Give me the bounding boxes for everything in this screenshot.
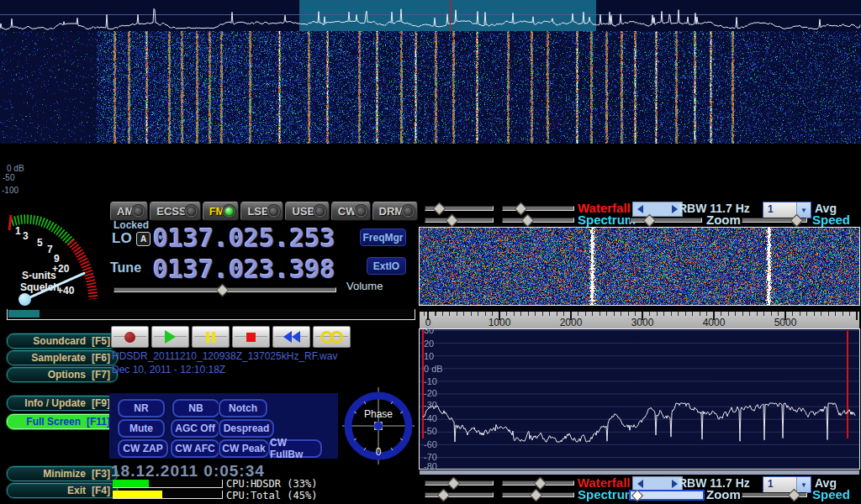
audio-spectrum-display[interactable] [420,329,859,469]
smeter-tick-label: 1 [15,225,21,237]
waterfall-slider-a-bottom[interactable] [425,477,494,488]
waterfall-slider-a[interactable] [425,202,494,213]
lo-frequency-display[interactable]: 0137.025.253 [153,223,335,253]
squelch-level-bar[interactable] [7,309,415,320]
db-axis-label: 0 dB [424,364,443,374]
info-update-button[interactable]: Info / Update [F9] [7,396,118,411]
slider-thumb[interactable] [515,202,528,216]
phase-zero-label: 0 [376,446,382,458]
db-axis-label: 30 [424,325,434,335]
slider-track [502,206,574,211]
despread-button[interactable]: Despread [219,419,274,438]
mode-button-am[interactable]: AM [110,202,148,221]
mode-label: FM [209,205,225,218]
speed-slider-bottom[interactable] [742,489,807,500]
mode-label: AM [117,205,134,218]
mode-button-fm[interactable]: FM [203,202,240,221]
audio-waterfall-display[interactable] [420,228,859,305]
record-button[interactable] [111,326,149,348]
loop-button[interactable] [313,326,351,348]
dsp-label: AGC Off [175,423,214,434]
spectrum-label: Spectrum [578,213,636,227]
overview-db-label: 0 dB [7,164,24,173]
mode-button-usb[interactable]: USB [285,202,329,221]
mode-button-drm[interactable]: DRM [372,202,419,221]
smeter-units-label: S-units [22,270,56,281]
slider-thumb[interactable] [521,214,535,228]
cw-zap-button[interactable]: CW ZAP [118,439,168,458]
left-arrow-icon[interactable] [637,205,643,213]
mode-button-ecss[interactable]: ECSS [150,202,200,221]
slider-thumb[interactable] [788,489,801,502]
volume-slider[interactable] [114,284,336,295]
rewind-icon [283,331,300,343]
tune-label: Tune [110,260,141,276]
samplerate-button[interactable]: Samplerate [F6] [7,350,118,365]
squelch-marker[interactable] [9,215,11,230]
agc-a-label: A [140,234,146,244]
slider-thumb[interactable] [631,490,643,501]
agc-a-badge[interactable]: A [136,232,151,246]
freqmgr-button[interactable]: FreqMgr [360,228,406,246]
loop-icon [320,331,343,344]
record-icon [124,332,135,343]
smeter-tick-label: +40 [57,285,74,297]
smeter-tick-label: 7 [47,244,53,255]
agc-button[interactable]: AGC Off [171,419,219,438]
cpu-total-fill [113,491,162,498]
slider-thumb[interactable] [433,202,446,216]
pause-button[interactable] [192,326,230,348]
notch-button[interactable]: Notch [219,399,267,417]
audio-frequency-scale[interactable]: 0 1000 2000 3000 4000 5000 [420,312,859,328]
spectrum-slider-b-bottom[interactable] [502,489,574,500]
spectrum-slider-a[interactable] [425,214,494,225]
smeter-tick-label: 5 [37,237,43,249]
right-arrow-icon[interactable] [672,205,678,213]
waterfall-slider-b-bottom[interactable] [502,477,574,488]
left-arrow-icon[interactable] [637,480,643,488]
mute-button[interactable]: Mute [118,419,165,438]
zoom-slider-bottom-focused[interactable] [629,490,705,501]
zoom-slider[interactable] [630,214,702,225]
audio-scale-label: 1000 [489,317,511,328]
play-button[interactable] [151,326,189,348]
slider-thumb[interactable] [790,214,804,228]
cw-peak-button[interactable]: CW Peak [219,439,269,458]
speed-slider[interactable] [742,214,807,225]
minimize-button[interactable]: Minimize [F3] [7,466,118,481]
overview-db-label: -50 [3,173,14,182]
audio-waterfall-frame [419,227,860,306]
nr-button[interactable]: NR [118,399,165,417]
extio-button[interactable]: ExtIO [367,257,406,275]
pause-icon [206,332,215,343]
mode-button-cw[interactable]: CW [331,202,371,221]
cw-fullbw-button[interactable]: CW FullBw [268,439,322,458]
options-button[interactable]: Options [F7] [7,367,118,382]
nb-button[interactable]: NB [172,399,219,417]
waterfall-slider-b[interactable] [502,202,574,213]
squelch-level-fill [8,310,40,318]
spectrum-slider-b[interactable] [502,214,574,225]
spectrum-scrollbar[interactable] [420,470,859,475]
slider-thumb[interactable] [447,477,461,491]
cw-afc-button[interactable]: CW AFC [171,439,219,458]
exit-button[interactable]: Exit [F4] [7,483,118,498]
slider-thumb[interactable] [437,489,451,502]
slider-thumb[interactable] [446,214,459,228]
mode-button-lsb[interactable]: LSB [240,202,283,221]
slider-thumb[interactable] [216,284,230,297]
button-label: Options [48,369,86,381]
right-arrow-icon[interactable] [672,480,678,488]
slider-thumb[interactable] [530,489,543,502]
soundcard-button[interactable]: Soundcard [F5] [7,333,118,349]
spectrum-slider-a-bottom[interactable] [425,489,494,500]
rf-spectrum-overview[interactable] [0,0,861,31]
slider-thumb[interactable] [643,214,657,228]
stop-button[interactable] [232,326,270,348]
fullscreen-button[interactable]: Full Screen [F11] [7,414,118,429]
rewind-button[interactable] [272,326,310,348]
mode-label: DRM [379,205,404,218]
tune-frequency-display[interactable]: 0137.023.398 [153,255,335,284]
slider-track [425,218,494,223]
dsp-label: Notch [229,402,257,414]
